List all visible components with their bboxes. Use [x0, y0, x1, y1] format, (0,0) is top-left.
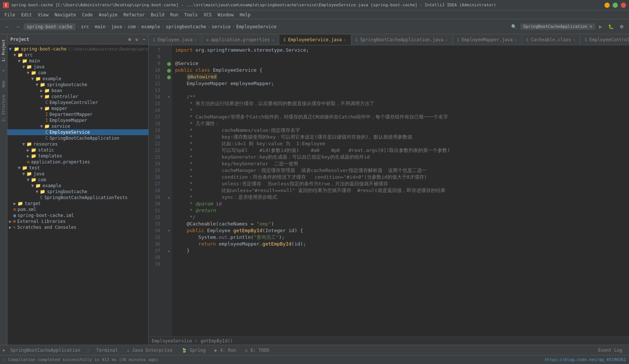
bottom-tab-run[interactable]: ▶ 4: Run	[211, 347, 240, 354]
tree-item-service[interactable]: ▼ 📁 service	[7, 123, 148, 129]
gutter-34-fold[interactable]: ▼	[165, 227, 172, 234]
tree-item-employee-service[interactable]: C EmployeeService	[7, 129, 148, 135]
tree-item-test-java[interactable]: ▼ 📁 java	[7, 171, 148, 177]
tree-label-test-springbootcache: springbootcache	[47, 189, 87, 194]
nav-back-button[interactable]: ←	[3, 23, 12, 31]
minimize-button[interactable]	[604, 3, 610, 8]
tree-item-test-springbootcache[interactable]: ▼ 📁 springbootcache	[7, 189, 148, 195]
bottom-tab-spring[interactable]: 🍃 Spring	[178, 347, 210, 354]
tree-item-test-com[interactable]: ▼ 📁 com	[7, 177, 148, 183]
tree-item-example[interactable]: ▼ 📁 example	[7, 76, 148, 82]
tab-employee-controller[interactable]: C EmployeeController.java ✕	[580, 35, 629, 45]
tree-item-mapper[interactable]: ▼ 📁 mapper	[7, 105, 148, 111]
tree-item-employee-mapper[interactable]: I EmployeeMapper	[7, 117, 148, 123]
tree-item-main[interactable]: ▼ 📁 main	[7, 58, 148, 64]
window-controls	[604, 3, 626, 8]
menu-item-run[interactable]: Run	[167, 12, 181, 18]
code-content[interactable]: import org.springframework.stereotype.Se…	[172, 45, 629, 337]
tree-item-external-libs[interactable]: ▶ ⊞ External Libraries	[7, 218, 148, 224]
gutter-37-fold[interactable]: ▲	[165, 247, 172, 254]
main-layout: 1: Project ★ Web 2: Structure Project ⚙ …	[0, 34, 629, 345]
sidebar-tab-favorites[interactable]: ★	[0, 65, 7, 77]
run-button[interactable]: ▶	[597, 23, 604, 31]
gutter-14-fold[interactable]: ▼	[165, 94, 172, 100]
tree-item-templates[interactable]: ▶ 📁 templates	[7, 153, 148, 159]
bottom-tab-java-enterprise[interactable]: ☕ Java Enterprise	[123, 347, 176, 354]
gutter-21	[165, 140, 172, 147]
tab-close-springboot[interactable]: ✕	[446, 38, 448, 42]
tree-item-app-tests[interactable]: C SpringBootCacheApplicationTests	[7, 195, 148, 201]
tree-item-controller[interactable]: ▼ 📁 controller	[7, 94, 148, 100]
maximize-button[interactable]	[613, 3, 618, 8]
tab-icon-app-props: ≡	[206, 38, 209, 42]
search-button[interactable]: 🔍	[509, 23, 519, 31]
nav-forward-button[interactable]: →	[13, 23, 22, 31]
tree-item-com[interactable]: ▼ 📁 com	[7, 70, 148, 76]
tab-springboot-app[interactable]: C SpringBootCacheApplication.java ✕	[351, 35, 453, 45]
gutter-29-warn: ⚠	[165, 194, 172, 201]
sidebar-tab-project[interactable]: 1: Project	[0, 36, 7, 65]
tree-item-iml[interactable]: ▣ spring-boot-cache.iml	[7, 212, 148, 218]
bottom-tab-todo[interactable]: ☑ 6: TODO	[241, 347, 273, 354]
tree-item-resources[interactable]: ▼ 📁 resources	[7, 141, 148, 147]
line-31: 31	[149, 207, 162, 214]
tab-app-properties[interactable]: ≡ application.properties ✕	[202, 35, 279, 45]
tab-close-emp-service[interactable]: ✕	[344, 38, 346, 42]
tree-item-src[interactable]: ▼ 📁 src	[7, 52, 148, 58]
menu-item-help[interactable]: Help	[237, 12, 254, 18]
tree-item-springboot-app[interactable]: C SpringBootCacheApplication	[7, 135, 148, 141]
tree-item-bean[interactable]: ▶ 📁 bean	[7, 88, 148, 94]
tab-employee-mapper[interactable]: I EmployeeMapper.java ✕	[453, 35, 522, 45]
menu-item-file[interactable]: File	[1, 12, 18, 18]
code-line-19: * cacheNames/value:指定缓存名字	[175, 127, 629, 134]
folder-icon-test-example: 📁	[35, 183, 41, 188]
sidebar-tab-structure[interactable]: 2: Structure	[0, 91, 7, 125]
line-37: 37	[149, 247, 162, 254]
project-gear-icon[interactable]: ⚙	[128, 37, 131, 42]
tree-item-test-example[interactable]: ▼ 📁 example	[7, 183, 148, 189]
tree-item-springbootcache[interactable]: ▼ 📁 springbootcache	[7, 82, 148, 88]
menu-item-view[interactable]: View	[35, 12, 52, 18]
tree-item-test[interactable]: ▼ 📁 test	[7, 165, 148, 171]
tab-close-employee[interactable]: ✕	[195, 38, 197, 42]
status-url[interactable]: https://blog.csdn.net/qq_45190361	[545, 357, 626, 362]
bottom-tab-terminal[interactable]: Terminal	[93, 347, 122, 354]
menu-item-build[interactable]: Build	[148, 12, 167, 18]
tab-employee[interactable]: C Employee.java ✕	[149, 35, 202, 45]
menu-item-navigate[interactable]: Navigate	[52, 12, 79, 18]
sidebar-tab-web[interactable]: Web	[0, 77, 7, 91]
menu-item-tools[interactable]: Tools	[181, 12, 201, 18]
menu-item-window[interactable]: Window	[214, 12, 236, 18]
tab-cacheable[interactable]: C Cacheable.class ✕	[522, 35, 580, 45]
tree-item-root[interactable]: ▼ 📁 spring-boot-cache C:\Users\Administr…	[7, 46, 148, 52]
menu-item-edit[interactable]: Edit	[18, 12, 35, 18]
tree-item-scratches[interactable]: ▶ ✎ Scratches and Consoles	[7, 224, 148, 230]
project-collapse-icon[interactable]: −	[143, 37, 145, 42]
tree-item-employee-controller[interactable]: C EmployeeController	[7, 100, 148, 105]
project-sync-icon[interactable]: ↻	[136, 37, 138, 42]
tab-close-emp-mapper[interactable]: ✕	[515, 38, 517, 42]
tree-item-app-properties[interactable]: ≡ application.properties	[7, 159, 148, 165]
tab-employee-service[interactable]: C EmployeeService.java ✕	[279, 35, 351, 45]
settings-button[interactable]: ⚙	[617, 23, 626, 31]
menu-item-code[interactable]: Code	[79, 12, 96, 18]
tab-close-app-props[interactable]: ✕	[272, 38, 274, 42]
tree-item-pom[interactable]: m pom.xml	[7, 207, 148, 212]
bottom-tab-springboot[interactable]: SpringBootCacheApplication	[7, 347, 84, 354]
tree-label-target: target	[25, 201, 41, 206]
close-button[interactable]	[621, 3, 626, 8]
tree-item-target[interactable]: ▶ 📁 target	[7, 201, 148, 207]
tree-item-java[interactable]: ▼ 📁 java	[7, 64, 148, 70]
line-28: 28	[149, 187, 162, 194]
bottom-tab-event-log[interactable]: Event Log	[594, 347, 626, 354]
menu-item-refactor[interactable]: Refactor	[120, 12, 148, 18]
tree-item-static[interactable]: ▶ 📁 static	[7, 147, 148, 153]
menu-item-analyze[interactable]: Analyze	[96, 12, 120, 18]
tree-item-department-mapper[interactable]: I DepartmentMapper	[7, 111, 148, 117]
menu-item-vcs[interactable]: VCS	[201, 12, 215, 18]
line-13: 13	[149, 87, 162, 94]
tab-close-cacheable[interactable]: ✕	[573, 38, 575, 42]
debug-button[interactable]: 🐛	[606, 23, 616, 31]
run-config-label[interactable]: SpringBootCacheApplication ▾	[520, 23, 595, 30]
project-breadcrumb[interactable]: spring-boot-cache	[24, 23, 75, 30]
